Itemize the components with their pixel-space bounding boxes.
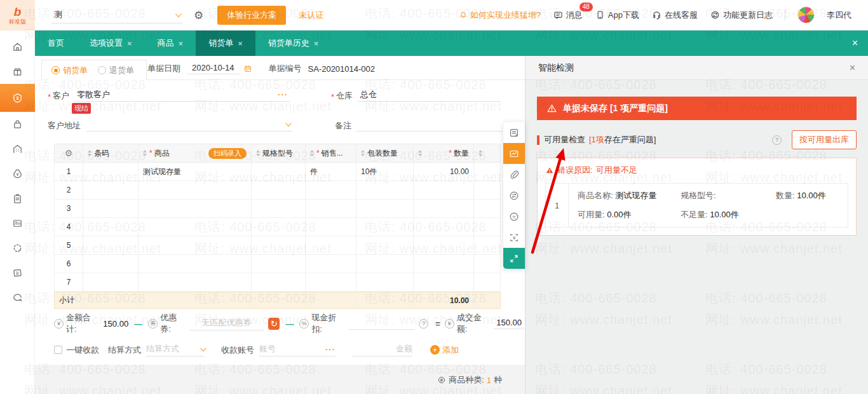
table-cell[interactable] — [83, 255, 139, 273]
sidebar-item-home[interactable] — [0, 34, 35, 59]
table-cell[interactable] — [306, 181, 356, 199]
sidebar-item-chat[interactable] — [0, 285, 35, 310]
tab-首页[interactable]: 首页 — [35, 31, 77, 56]
table-row[interactable]: 2 — [54, 181, 501, 200]
table-cell[interactable] — [474, 181, 500, 199]
promo-link[interactable]: 如何实现业绩猛增? — [459, 10, 541, 21]
table-cell[interactable] — [474, 163, 500, 180]
settle-method-input[interactable]: 结算方式 — [146, 343, 205, 357]
table-row[interactable]: 5 — [54, 236, 501, 255]
refresh-coupon-icon[interactable]: ↻ — [268, 318, 280, 330]
toolbar-chart-icon[interactable] — [503, 143, 525, 164]
doc-number-value[interactable]: SA-20201014-002 — [308, 64, 376, 74]
table-cell[interactable] — [356, 200, 414, 217]
sidebar-item-shopping-bag[interactable] — [0, 112, 35, 137]
table-cell[interactable] — [139, 255, 252, 273]
calendar-icon[interactable] — [243, 64, 252, 73]
ellipsis-picker-icon[interactable]: ··· — [278, 90, 288, 99]
address-input[interactable] — [86, 118, 292, 132]
table-cell[interactable]: 2 — [55, 181, 83, 199]
table-cell[interactable] — [356, 218, 414, 236]
table-cell[interactable] — [83, 218, 139, 236]
table-cell[interactable] — [139, 181, 252, 199]
table-cell[interactable]: 测试现存量 — [139, 163, 252, 180]
table-cell[interactable] — [414, 200, 474, 217]
table-cell[interactable] — [474, 218, 500, 236]
table-cell[interactable] — [252, 163, 306, 180]
customer-input[interactable]: 零散客户 ··· — [74, 88, 290, 102]
sort-icon[interactable] — [310, 150, 314, 156]
table-row[interactable]: 3 — [54, 200, 501, 218]
cert-status[interactable]: 未认证 — [299, 10, 323, 21]
table-cell[interactable] — [474, 200, 500, 217]
tab-商品[interactable]: 商品× — [145, 31, 196, 56]
table-cell[interactable] — [474, 255, 500, 273]
tabbar-close-icon[interactable]: × — [842, 37, 868, 49]
ellipsis-picker-icon[interactable]: ··· — [325, 344, 336, 354]
table-cell[interactable] — [414, 236, 474, 254]
table-cell[interactable] — [414, 273, 474, 291]
avatar[interactable] — [797, 6, 815, 24]
table-cell[interactable] — [252, 273, 306, 291]
sidebar-item-id-card[interactable]: R — [0, 211, 35, 236]
table-cell[interactable] — [139, 218, 252, 236]
table-cell[interactable] — [306, 255, 356, 273]
sidebar-item-sync[interactable] — [0, 236, 35, 261]
table-cell[interactable] — [414, 255, 474, 273]
table-cell[interactable] — [306, 273, 356, 291]
account-selector[interactable]: 测 — [51, 7, 182, 24]
tab-close-icon[interactable]: × — [238, 39, 243, 48]
header-pack-qty[interactable]: 包装数量 — [356, 144, 414, 162]
changelog-button[interactable]: 功能更新日志 — [710, 10, 773, 21]
sidebar-item-warehouse[interactable] — [0, 137, 35, 161]
help-icon[interactable]: ? — [772, 135, 782, 145]
table-cell[interactable] — [474, 273, 500, 291]
sidebar-item-gift[interactable] — [0, 59, 35, 84]
date-input[interactable]: 2020-10-14 — [187, 63, 240, 74]
onekey-checkbox[interactable] — [54, 346, 62, 354]
table-row[interactable]: 4 — [54, 218, 501, 236]
table-cell[interactable] — [252, 200, 306, 217]
sort-icon[interactable] — [418, 150, 422, 156]
table-cell[interactable] — [306, 200, 356, 217]
coupon-input[interactable]: 无匹配优惠券 — [189, 317, 264, 330]
add-payment-button[interactable]: +添加 — [430, 344, 459, 356]
table-cell[interactable]: 3 — [55, 200, 83, 217]
payment-amount-input[interactable]: 金额 — [352, 343, 412, 357]
grid-settings-cell[interactable]: ⚙ — [55, 144, 83, 162]
help-icon[interactable]: ? — [419, 319, 428, 329]
tab-close-icon[interactable]: × — [179, 39, 184, 48]
table-cell[interactable] — [306, 236, 356, 254]
table-cell[interactable] — [139, 200, 252, 217]
online-service-button[interactable]: 在线客服 — [651, 10, 698, 21]
toolbar-expand-icon[interactable] — [503, 248, 525, 269]
trial-industry-button[interactable]: 体验行业方案 — [217, 6, 286, 25]
table-cell[interactable]: 1 — [55, 163, 83, 180]
table-cell[interactable]: 7 — [55, 273, 83, 291]
header-product[interactable]: *商品扫码录入 — [139, 144, 252, 162]
table-cell[interactable] — [252, 181, 306, 199]
cash-discount-input[interactable] — [349, 317, 415, 330]
table-cell[interactable] — [83, 236, 139, 254]
table-cell[interactable]: 6 — [55, 255, 83, 273]
table-cell[interactable]: 件 — [306, 163, 356, 180]
table-cell[interactable] — [356, 273, 414, 291]
table-cell[interactable] — [356, 255, 414, 273]
table-cell[interactable]: 10件 — [356, 163, 414, 180]
table-cell[interactable] — [252, 218, 306, 236]
sidebar-item-new-doc[interactable]: 新 — [0, 261, 35, 285]
sort-icon[interactable] — [143, 150, 147, 156]
account-input[interactable]: 账号··· — [259, 343, 336, 357]
table-cell[interactable] — [306, 218, 356, 236]
column-settings-icon[interactable]: ⚙ — [65, 148, 73, 158]
table-cell[interactable] — [83, 200, 139, 217]
sidebar-item-money-bag[interactable]: ¥ — [0, 161, 35, 186]
messages-button[interactable]: 消息48 — [553, 10, 583, 21]
toolbar-note-icon[interactable] — [503, 122, 525, 143]
table-cell[interactable] — [83, 273, 139, 291]
table-cell[interactable] — [356, 181, 414, 199]
radio-sale-order[interactable]: 销货单 — [51, 65, 88, 76]
sort-icon[interactable] — [256, 150, 260, 156]
ship-by-availability-button[interactable]: 按可用量出库 — [792, 130, 857, 149]
app-download-button[interactable]: App下载 — [595, 10, 639, 21]
